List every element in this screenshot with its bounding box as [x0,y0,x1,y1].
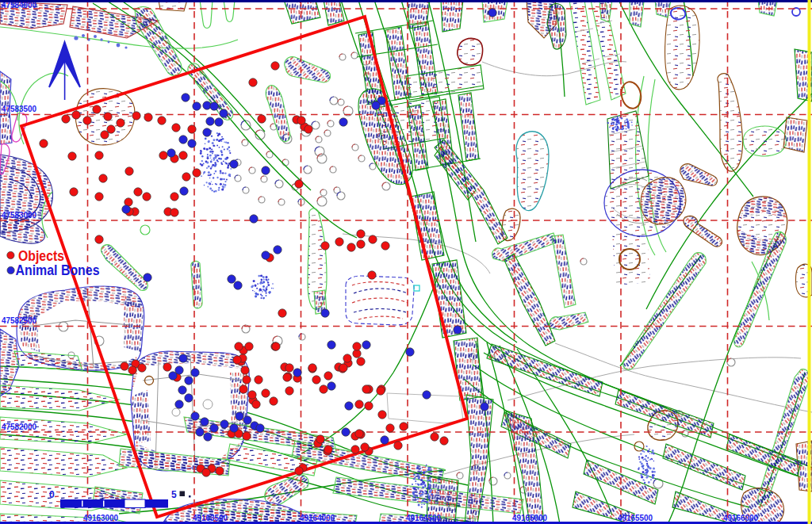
svg-text:0: 0 [49,489,55,500]
svg-text:49164000: 49164000 [300,513,335,522]
svg-text:49163000: 49163000 [83,513,118,522]
svg-text:49165000: 49165000 [512,513,547,522]
svg-text:49166000: 49166000 [723,513,758,522]
svg-text:47583000: 47583000 [2,210,36,220]
svg-text:5: 5 [171,489,177,500]
svg-text:47582500: 47582500 [2,316,36,325]
svg-text:47582000: 47582000 [2,422,36,431]
svg-text:49165500: 49165500 [618,513,653,522]
svg-text:47583500: 47583500 [2,104,36,113]
svg-text:49164500: 49164500 [406,513,441,522]
svg-text:49163500: 49163500 [193,513,228,522]
svg-text:Animal Bones: Animal Bones [16,262,100,278]
